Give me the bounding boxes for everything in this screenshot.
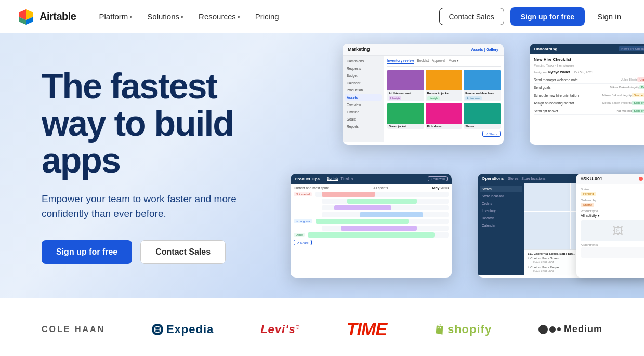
logo-expedia: Expedia: [152, 323, 214, 336]
share-btn-product[interactable]: ↗ Share: [294, 240, 312, 245]
gantt-row-5: [294, 226, 449, 231]
task-2-assignee: Mikea Baker-Integrity: [610, 86, 639, 89]
sidebar-goals: Goals: [345, 116, 382, 123]
signup-button[interactable]: Sign up for free: [510, 7, 585, 26]
sidebar-timeline: Timeline: [345, 109, 382, 115]
task-1-tag: Urgent: [637, 77, 644, 82]
signin-button[interactable]: Sign in: [591, 8, 627, 25]
hero-title-line3: apps: [42, 140, 120, 180]
medium-dot-medium: [549, 326, 556, 333]
gallery-label-5: Pink dress: [426, 124, 463, 129]
ops-orders: Orders: [480, 200, 522, 207]
assignee-row: Assignee: Ny'aye Wallet Oct 5th, 2021: [534, 70, 644, 74]
task-2: Send goals: [534, 86, 610, 89]
marketing-title: Marketing: [348, 47, 370, 52]
gallery-item-2: Runner in jacket Lifestyle: [426, 70, 463, 101]
sku-thumbnail: 🖼: [581, 220, 644, 241]
gantt-row-3: [294, 205, 449, 210]
checklist-item-5: Send gift basket Pat Muldrid Send email: [534, 107, 644, 115]
onboarding-body: New Hire Checklist Pending Tasks · 2 emp…: [530, 54, 644, 143]
assets-title: Assets | Gallery: [471, 48, 498, 51]
assets-tabs: Inventory review Booklist Approval More …: [387, 59, 501, 67]
sku-ordered-label: Ordered by: [581, 199, 644, 202]
nav-resources-chevron: ▸: [238, 14, 241, 19]
task-5-assignee: Pat Muldrid: [616, 109, 632, 112]
date-label: Oct 5th, 2021: [574, 71, 593, 74]
contact-sales-button[interactable]: Contact Sales: [439, 8, 504, 25]
hero-title-line2: way to build: [42, 103, 233, 143]
expedia-globe-icon: [152, 324, 163, 335]
tab-booklist: Booklist: [417, 59, 429, 64]
shopify-bag-icon: [433, 324, 445, 335]
assignee-name: Ny'aye Wallet: [548, 70, 570, 74]
nav-solutions[interactable]: Solutions ▸: [141, 8, 190, 25]
hero-signup-button[interactable]: Sign up for free: [42, 240, 132, 264]
gantt-status-1: Not started: [294, 192, 312, 196]
sku-attachments-label: Attachments: [581, 243, 644, 246]
logo-time: TIME: [347, 319, 387, 339]
nav-resources[interactable]: Resources ▸: [192, 8, 247, 25]
medium-dots-icon: [538, 325, 561, 334]
gallery-label-3: Runner on bleachers: [464, 90, 501, 96]
close-btn[interactable]: [639, 177, 643, 181]
sku-header: #SKU-001: [576, 174, 644, 184]
task-4-tag: Send email: [632, 101, 644, 105]
task-1: Send manager welcome note: [534, 78, 621, 82]
medium-text: Medium: [564, 324, 602, 335]
hero-contact-button[interactable]: Contact Sales: [140, 240, 226, 264]
marketing-sidebar: Campaigns Requests Budget Calendar Produ…: [343, 56, 384, 142]
gallery-img-3: [464, 70, 501, 90]
gantt-month: May 2023: [432, 186, 449, 190]
task-3-assignee: Mikea Baker-Integrity: [602, 94, 632, 97]
gantt-status-3: Done: [294, 233, 305, 237]
gantt-bar-3: [322, 205, 449, 210]
task-5: Send gift basket: [534, 109, 616, 113]
product-body: Current and most sprint All sprints May …: [291, 184, 452, 275]
hero-subtitle: Empower your team to work faster and mor…: [42, 192, 260, 221]
nav-actions: Contact Sales Sign up for free Sign in: [439, 7, 628, 26]
gantt-bar-7: [308, 232, 449, 238]
tab-sprints: Sprints: [327, 177, 338, 181]
nav-platform[interactable]: Platform ▸: [93, 8, 139, 25]
sidebar-budget: Budget: [345, 72, 382, 79]
tab-more: More ▾: [449, 59, 459, 64]
task-5-tag: Send email: [632, 109, 644, 113]
sidebar-assets: Assets: [345, 94, 382, 101]
gantt-bar-fill-4: [360, 212, 423, 217]
sku-product-label: Product type: [581, 209, 644, 213]
gantt-status-2: In progress: [294, 219, 312, 223]
hero-section: The fastest way to build apps Empower yo…: [0, 33, 644, 298]
gallery-item-5: Pink dress: [426, 103, 463, 129]
share-button[interactable]: ↗ Share: [482, 131, 501, 137]
screenshot-marketing: Marketing Assets | Gallery Campaigns Req…: [343, 44, 504, 145]
checklist-item-1: Send manager welcome note Jules Harris U…: [534, 76, 644, 84]
new-hire-tab: New Hire Checklist: [619, 46, 644, 51]
gantt-bar-5: [316, 219, 449, 224]
caret-2: ›: [528, 265, 529, 269]
tab-inventory: Inventory review: [387, 59, 414, 64]
marketing-main: Inventory review Booklist Approval More …: [384, 56, 504, 142]
hero-screenshots: Marketing Assets | Gallery Campaigns Req…: [291, 44, 644, 293]
gantt-bar-2: [322, 199, 449, 204]
gantt-row-done: Done: [294, 232, 449, 238]
gantt-bar-fill-1: [322, 192, 375, 197]
gantt-bar-4: [322, 212, 449, 217]
gantt-header: Current and most sprint All sprints May …: [294, 186, 449, 190]
task-4-assignee: Mikea Baker-Integrity: [602, 101, 632, 104]
ops-store-locations: Store locations: [480, 193, 522, 200]
task-2-tag: Done: [639, 85, 644, 89]
nav-solutions-label: Solutions: [147, 12, 179, 21]
gallery-label-6: Shoes: [464, 124, 501, 129]
gantt-bar-fill-5: [316, 219, 409, 224]
gallery-item-4: Green jacket: [387, 103, 424, 129]
product-tabs: Sprints Timeline: [327, 177, 353, 181]
task-1-assignee: Jules Harris: [621, 78, 638, 81]
hero-title-line1: The fastest: [42, 66, 217, 106]
logo[interactable]: Airtable: [17, 7, 76, 26]
sku-status-value: Pending: [581, 192, 596, 196]
sku-attachment-thumb: [581, 247, 644, 258]
add-wait-btn[interactable]: + Add wait: [428, 176, 448, 181]
onboarding-title: Onboarding: [534, 47, 557, 51]
nav-pricing[interactable]: Pricing: [249, 8, 285, 25]
nav-pricing-label: Pricing: [255, 12, 279, 21]
